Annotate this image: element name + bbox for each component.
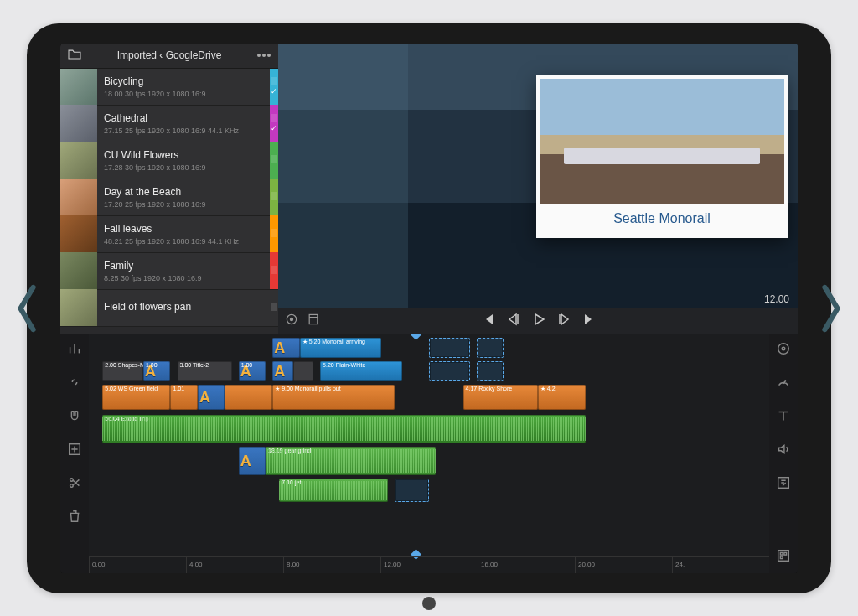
timeline-clip[interactable] — [477, 338, 504, 358]
timeline-clip[interactable]: ★ 5.20 Monorail arriving — [300, 338, 381, 358]
timeline-clip[interactable]: 1.00 — [239, 361, 266, 381]
clip-color-tag[interactable]: ✓ — [270, 69, 278, 106]
go-end-button[interactable] — [582, 313, 596, 329]
settings-icon[interactable] — [285, 313, 298, 329]
folder-icon[interactable] — [67, 49, 82, 63]
clip-color-tag[interactable] — [270, 179, 278, 215]
step-back-button[interactable] — [507, 313, 520, 329]
more-icon[interactable] — [256, 54, 271, 57]
go-start-button[interactable] — [482, 313, 495, 329]
timeline-clip[interactable]: 7.10 jet — [279, 479, 388, 502]
levels-icon[interactable] — [67, 341, 82, 360]
clip-meta: 8.25 30 fps 1920 x 1080 16:9 — [104, 274, 263, 282]
timeline-track[interactable]: 5.02 WS Green field1.01★ 9.00 Monorail p… — [89, 385, 769, 410]
timeline-clip[interactable] — [395, 479, 429, 502]
text-icon[interactable] — [776, 408, 791, 427]
preview-viewport[interactable]: Seattle Monorail 12.00 — [278, 44, 798, 309]
library-list[interactable]: Bicycling18.00 30 fps 1920 x 1080 16:9✓C… — [60, 69, 278, 334]
library-clip-row[interactable]: Fall leaves48.21 25 fps 1920 x 1080 16:9… — [60, 216, 278, 253]
library-clip-row[interactable]: Family8.25 30 fps 1920 x 1080 16:9 — [60, 253, 278, 290]
preview-timecode: 12.00 — [764, 293, 789, 305]
clip-thumbnail — [60, 252, 97, 289]
clip-color-tag[interactable]: ✓ — [270, 105, 278, 142]
timeline-clip[interactable]: 4.17 Rocky Shore — [463, 385, 538, 410]
svg-rect-20 — [780, 552, 783, 555]
clip-name: CU Wild Flowers — [104, 149, 263, 161]
clip-info: Field of flowers pan — [97, 298, 270, 318]
timeline-clip[interactable] — [225, 385, 272, 410]
timeline-clip[interactable]: 2.00 Shapes-M — [102, 361, 143, 381]
library-clip-row[interactable]: Field of flowers pan — [60, 290, 278, 327]
scissors-icon[interactable] — [67, 475, 82, 494]
timeline-clip[interactable]: 3.00 Title-2 — [178, 361, 232, 381]
library-clip-row[interactable]: CU Wild Flowers17.28 30 fps 1920 x 1080 … — [60, 142, 278, 179]
timeline-clip[interactable] — [198, 385, 225, 410]
library-clip-row[interactable]: Day at the Beach17.20 25 fps 1920 x 1080… — [60, 179, 278, 216]
timeline-track[interactable]: 7.10 jet — [89, 479, 769, 502]
trash-icon[interactable] — [67, 509, 82, 527]
ruler-tick: 20.00 — [575, 557, 672, 573]
timeline-clip[interactable]: 5.20 Plain-White — [320, 361, 401, 381]
timeline-clip[interactable]: 1.00 — [143, 361, 170, 381]
timeline-clip[interactable]: 5.02 WS Green field — [102, 385, 170, 410]
timeline-clip[interactable]: 1.01 — [170, 385, 197, 410]
magnet-icon[interactable] — [67, 408, 82, 427]
ruler-tick: 16.00 — [478, 557, 575, 573]
clip-thumbnail — [60, 215, 97, 252]
timeline-clip[interactable]: ★ 4.2 — [538, 385, 586, 410]
carousel-prev-arrow[interactable] — [13, 283, 40, 334]
library-clip-row[interactable]: Cathedral27.15 25 fps 1920 x 1080 16:9 4… — [60, 106, 278, 142]
ruler-tick: 4.00 — [186, 557, 283, 573]
overlay-image — [540, 79, 784, 204]
timeline-clip[interactable] — [477, 361, 504, 381]
breadcrumb[interactable]: Imported ‹ GoogleDrive — [89, 49, 250, 61]
clip-meta: 27.15 25 fps 1920 x 1080 16:9 44.1 KHz — [104, 127, 263, 135]
library-clip-row[interactable]: Bicycling18.00 30 fps 1920 x 1080 16:9✓ — [60, 69, 278, 106]
clip-color-tag[interactable] — [270, 215, 278, 252]
timeline-clip[interactable] — [429, 338, 470, 358]
preview-panel: Seattle Monorail 12.00 — [278, 44, 798, 334]
play-button[interactable] — [532, 313, 545, 329]
link-icon[interactable] — [67, 375, 82, 393]
disk-icon[interactable] — [776, 341, 791, 360]
clip-meta: 17.20 25 fps 1920 x 1080 16:9 — [104, 200, 263, 209]
timeline-track[interactable]: 56.04 Exotic Trip — [89, 415, 769, 443]
timeline-clip[interactable]: ★ 9.00 Monorail pulls out — [272, 385, 395, 410]
clip-thumbnail — [60, 105, 97, 142]
time-ruler[interactable]: 0.004.008.0012.0016.0020.0024. — [89, 556, 769, 573]
timeline-clip[interactable] — [239, 447, 266, 475]
clip-thumbnail — [60, 289, 97, 326]
timeline-track[interactable]: 18.19 gear grind — [89, 447, 769, 475]
timeline-track[interactable]: 2.00 Shapes-M1.003.00 Title-21.005.20 Pl… — [89, 361, 769, 381]
timeline-area: ★ 5.20 Monorail arriving2.00 Shapes-M1.0… — [60, 334, 798, 572]
svg-rect-2 — [309, 314, 318, 324]
export-icon[interactable] — [776, 548, 791, 567]
carousel-next-arrow[interactable] — [818, 283, 845, 334]
fx-icon[interactable] — [776, 475, 791, 494]
timeline-clip[interactable]: 18.19 gear grind — [266, 447, 436, 475]
home-button[interactable] — [422, 597, 436, 610]
timeline[interactable]: ★ 5.20 Monorail arriving2.00 Shapes-M1.0… — [89, 334, 769, 572]
transport-bar — [278, 308, 798, 334]
timeline-clip[interactable] — [272, 338, 299, 358]
clip-color-tag[interactable] — [270, 142, 278, 179]
marker-icon[interactable] — [307, 313, 320, 329]
clip-name: Field of flowers pan — [104, 301, 263, 313]
timeline-track[interactable]: ★ 5.20 Monorail arriving — [89, 338, 769, 358]
ruler-tick: 24. — [672, 557, 769, 573]
timeline-clip[interactable]: 56.04 Exotic Trip — [102, 415, 586, 443]
playhead[interactable] — [416, 334, 416, 554]
timeline-clip[interactable] — [272, 361, 292, 381]
timeline-clip[interactable] — [293, 361, 313, 381]
speedometer-icon[interactable] — [776, 375, 791, 393]
clip-info: Day at the Beach17.20 25 fps 1920 x 1080… — [97, 183, 270, 212]
add-icon[interactable] — [67, 442, 82, 460]
timeline-clip[interactable] — [429, 361, 470, 381]
clip-thumbnail — [60, 142, 97, 179]
clip-color-tag[interactable] — [270, 289, 278, 326]
step-forward-button[interactable] — [557, 313, 571, 329]
clip-info: Fall leaves48.21 25 fps 1920 x 1080 16:9… — [97, 220, 270, 249]
speaker-icon[interactable] — [776, 442, 791, 460]
clip-color-tag[interactable] — [270, 252, 278, 289]
clip-info: Bicycling18.00 30 fps 1920 x 1080 16:9 — [97, 72, 270, 101]
